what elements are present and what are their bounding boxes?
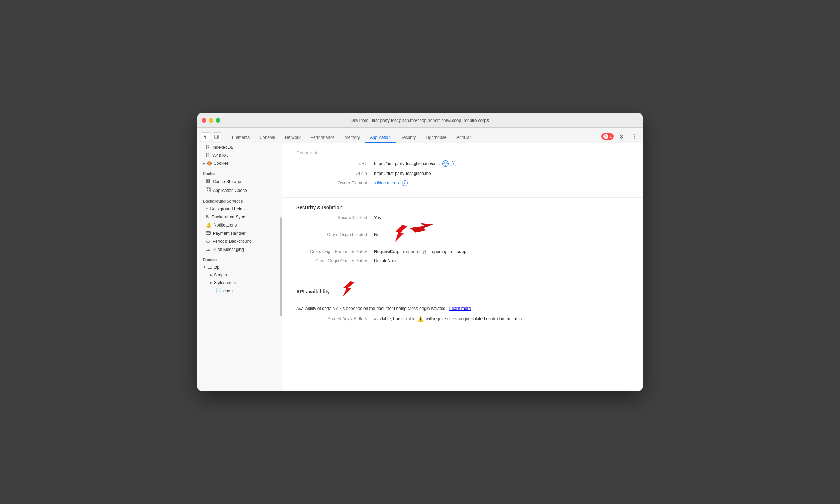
frame-icon <box>208 265 212 270</box>
cross-origin-isolated-row: Cross-Origin Isolated No <box>296 224 629 245</box>
shared-array-buffers-value: available, transferable ⚠️ will require … <box>374 316 524 322</box>
tab-network[interactable]: Network <box>280 128 305 143</box>
file-icon: 📄 <box>216 288 221 293</box>
sidebar-item-cookies[interactable]: ▶ 🍪 Cookies <box>197 159 282 167</box>
owner-element-info-icon[interactable]: ℹ <box>402 180 408 186</box>
owner-element-link[interactable]: <#document> <box>374 181 400 186</box>
window-title: DevTools - first-party-test.glitch.me/co… <box>351 118 489 123</box>
sidebar-item-push[interactable]: ☁ Push Messaging <box>197 245 282 253</box>
bg-services-label: Background Services <box>197 195 282 205</box>
coep-label: Cross-Origin Embedder Policy <box>296 249 374 254</box>
svg-rect-4 <box>207 188 208 189</box>
red-arrow-annotation <box>409 217 438 239</box>
database-icon: 🗄 <box>206 153 210 158</box>
owner-element-value: <#document> ℹ <box>374 180 408 186</box>
sidebar-item-stylesheets[interactable]: ▶ Stylesheets <box>197 279 282 287</box>
traffic-lights <box>202 118 220 123</box>
document-section-title: Document <box>296 150 629 156</box>
tab-console[interactable]: Console <box>255 128 280 143</box>
copy-url-icon[interactable] <box>442 160 449 167</box>
settings-button[interactable]: ⚙ <box>617 131 626 141</box>
bg-sync-icon: ↻ <box>206 214 210 219</box>
sidebar-item-scripts[interactable]: ▶ Scripts <box>197 271 282 279</box>
coop-label: Cross-Origin Opener Policy <box>296 258 374 263</box>
tab-lighthouse[interactable]: Lighthouse <box>421 128 451 143</box>
database-icon: 🗄 <box>206 145 210 150</box>
push-icon: ☁ <box>206 247 210 252</box>
origin-value: https://first-party-test.glitch.me <box>374 171 431 176</box>
coop-row: Cross-Origin Opener Policy UnsafeNone <box>296 258 629 263</box>
error-badge[interactable]: ✕ 1 <box>601 133 614 140</box>
sidebar-item-coop[interactable]: 📄 coop <box>197 287 282 295</box>
cross-origin-isolated-value: No <box>374 224 406 245</box>
secure-context-label: Secure Context <box>296 215 374 220</box>
svg-rect-3 <box>206 188 210 192</box>
notifications-icon: 🔔 <box>206 222 211 228</box>
sidebar-item-payment-handler[interactable]: Payment Handler <box>197 229 282 237</box>
sidebar-item-top[interactable]: ▼ top <box>197 263 282 271</box>
api-section-title: API availablity <box>296 289 330 294</box>
tab-performance[interactable]: Performance <box>305 128 340 143</box>
svg-rect-5 <box>209 188 210 189</box>
svg-rect-8 <box>206 232 211 235</box>
security-section-title: Security & Isolation <box>296 205 629 210</box>
owner-element-label: Owner Element <box>296 181 374 186</box>
minimize-button[interactable] <box>209 118 213 123</box>
url-info-icon[interactable]: ↑ <box>451 161 456 166</box>
shared-array-buffers-label: Shared Array Buffers <box>296 316 374 321</box>
url-field-row: URL https://first-party-test.glitch.me/c… <box>296 160 629 167</box>
more-button[interactable]: ⋮ <box>629 131 639 141</box>
red-arrow-2 <box>333 281 357 298</box>
origin-field-row: Origin https://first-party-test.glitch.m… <box>296 171 629 176</box>
security-section: Security & Isolation Secure Context Yes … <box>282 198 643 275</box>
content-panel: Document URL https://first-party-test.gl… <box>282 143 643 391</box>
tab-icons <box>201 132 221 141</box>
app-cache-icon <box>206 187 211 193</box>
svg-point-2 <box>206 179 210 181</box>
sidebar: 🗄 IndexedDB 🗄 Web SQL ▶ 🍪 Cookies Cache … <box>197 143 282 391</box>
sidebar-item-bg-sync[interactable]: ↻ Background Sync <box>197 213 282 221</box>
close-button[interactable] <box>202 118 206 123</box>
coep-value: RequireCorp (report-only) reporting to: … <box>374 249 466 254</box>
device-icon[interactable] <box>212 132 221 141</box>
main-layout: 🗄 IndexedDB 🗄 Web SQL ▶ 🍪 Cookies Cache … <box>197 143 643 391</box>
svg-rect-7 <box>209 190 210 191</box>
warning-icon: ⚠️ <box>418 316 424 322</box>
tab-application[interactable]: Application <box>365 128 396 143</box>
chevron-right-icon: ▶ <box>210 273 212 277</box>
sidebar-item-periodic-bg[interactable]: ⏱ Periodic Background <box>197 237 282 245</box>
svg-marker-15 <box>343 281 355 297</box>
secure-context-row: Secure Context Yes <box>296 215 629 220</box>
sidebar-item-indexeddb[interactable]: 🗄 IndexedDB <box>197 143 282 151</box>
red-arrow-1 <box>384 224 409 244</box>
api-description: Availability of certain APIs depends on … <box>296 305 629 312</box>
tab-security[interactable]: Security <box>396 128 421 143</box>
tabbar: Elements Console Network Performance Mem… <box>197 128 643 143</box>
coop-value: UnsafeNone <box>374 258 398 263</box>
tab-angular[interactable]: Angular <box>451 128 476 143</box>
shared-array-buffers-row: Shared Array Buffers available, transfer… <box>296 316 629 322</box>
sidebar-item-cache-storage[interactable]: Cache Storage <box>197 177 282 186</box>
tab-memory[interactable]: Memory <box>340 128 365 143</box>
owner-element-field-row: Owner Element <#document> ℹ <box>296 180 629 186</box>
tab-elements[interactable]: Elements <box>227 128 255 143</box>
cursor-icon[interactable] <box>201 132 210 141</box>
origin-label: Origin <box>296 171 374 176</box>
cross-origin-isolated-label: Cross-Origin Isolated <box>296 232 374 237</box>
learn-more-link[interactable]: Learn more <box>449 306 471 311</box>
svg-marker-13 <box>410 217 433 238</box>
sidebar-item-application-cache[interactable]: Application Cache <box>197 186 282 195</box>
bg-fetch-icon: ↕ <box>206 206 208 211</box>
url-label: URL <box>296 161 374 166</box>
sidebar-item-websql[interactable]: 🗄 Web SQL <box>197 151 282 159</box>
sidebar-scrollbar[interactable] <box>280 217 282 316</box>
titlebar: DevTools - first-party-test.glitch.me/co… <box>197 113 643 128</box>
chevron-right-icon: ▶ <box>203 162 205 165</box>
chevron-right-icon: ▶ <box>210 281 212 285</box>
maximize-button[interactable] <box>216 118 220 123</box>
cookies-icon: 🍪 <box>207 161 212 166</box>
sidebar-item-bg-fetch[interactable]: ↕ Background Fetch <box>197 205 282 213</box>
tabbar-right: ✕ 1 ⚙ ⋮ <box>601 131 639 141</box>
sidebar-item-notifications[interactable]: 🔔 Notifications <box>197 221 282 229</box>
payment-icon <box>206 230 211 236</box>
